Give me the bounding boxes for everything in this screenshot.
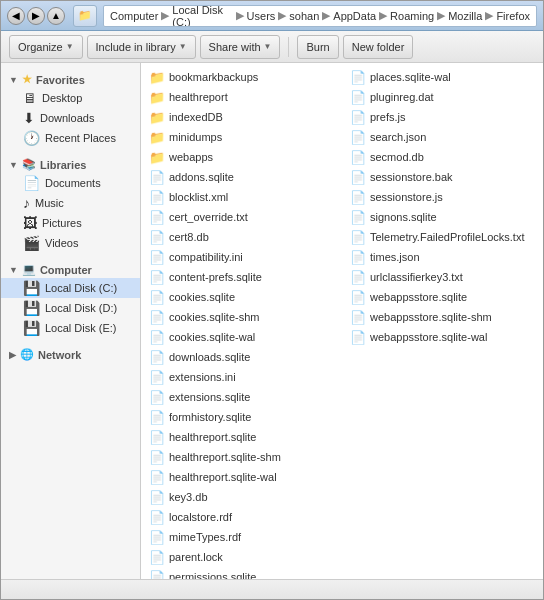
sidebar-item-local-disk-c[interactable]: 💾 Local Disk (C:) [1, 278, 140, 298]
list-item[interactable]: 📄signons.sqlite [346, 207, 539, 227]
desktop-icon: 🖥 [23, 90, 37, 106]
list-item[interactable]: 📄times.json [346, 247, 539, 267]
list-item[interactable]: 📄cookies.sqlite [145, 287, 338, 307]
list-item[interactable]: 📄cookies.sqlite-wal [145, 327, 338, 347]
special-file-icon: 📄 [149, 490, 165, 505]
file-list-container[interactable]: 📁bookmarkbackups📁healthreport📁indexedDB📁… [141, 63, 543, 579]
file-icon: 📄 [149, 530, 165, 545]
favorites-expand-icon: ▼ [9, 75, 18, 85]
breadcrumb-appdata[interactable]: AppData [333, 10, 376, 22]
list-item[interactable]: 📄sessionstore.bak [346, 167, 539, 187]
list-item[interactable]: 📄search.json [346, 127, 539, 147]
file-icon: 📄 [149, 350, 165, 365]
up-button[interactable]: ▲ [47, 7, 65, 25]
file-icon: 📄 [350, 150, 366, 165]
list-item[interactable]: 📄webappsstore.sqlite-wal [346, 327, 539, 347]
list-item[interactable]: 📄healthreport.sqlite-shm [145, 447, 338, 467]
list-item[interactable]: 📄cert8.db [145, 227, 338, 247]
list-item[interactable]: 📄downloads.sqlite [145, 347, 338, 367]
breadcrumb-drive[interactable]: Local Disk (C:) [172, 5, 232, 27]
folder-icon: 📁 [149, 110, 165, 125]
desktop-label: Desktop [42, 92, 82, 104]
favorites-section[interactable]: ▼ ★ Favorites [1, 69, 140, 88]
local-disk-d-icon: 💾 [23, 300, 40, 316]
list-item[interactable]: 📄Telemetry.FailedProfileLocks.txt [346, 227, 539, 247]
file-icon: 📄 [149, 370, 165, 385]
breadcrumb[interactable]: Computer ▶ Local Disk (C:) ▶ Users ▶ soh… [103, 5, 537, 27]
file-name: minidumps [169, 131, 222, 143]
list-item[interactable]: 📄healthreport.sqlite [145, 427, 338, 447]
back-button[interactable]: ◀ [7, 7, 25, 25]
breadcrumb-mozilla[interactable]: Mozilla [448, 10, 482, 22]
file-name: key3.db [169, 491, 208, 503]
list-item[interactable]: 📁healthreport [145, 87, 338, 107]
list-item[interactable]: 📄mimeTypes.rdf [145, 527, 338, 547]
file-name: compatibility.ini [169, 251, 243, 263]
list-item[interactable]: 📄urlclassifierkey3.txt [346, 267, 539, 287]
list-item[interactable]: 📄key3.db [145, 487, 338, 507]
list-item[interactable]: 📄webappsstore.sqlite-shm [346, 307, 539, 327]
breadcrumb-roaming[interactable]: Roaming [390, 10, 434, 22]
new-folder-button[interactable]: New folder [343, 35, 414, 59]
main-layout: ▼ ★ Favorites 🖥 Desktop ⬇ Downloads 🕐 Re… [1, 63, 543, 579]
list-item[interactable]: 📄webappsstore.sqlite [346, 287, 539, 307]
sidebar-item-desktop[interactable]: 🖥 Desktop [1, 88, 140, 108]
list-item[interactable]: 📄formhistory.sqlite [145, 407, 338, 427]
special-file-icon: 📄 [149, 250, 165, 265]
forward-button[interactable]: ▶ [27, 7, 45, 25]
breadcrumb-computer[interactable]: Computer [110, 10, 158, 22]
list-item[interactable]: 📄permissions.sqlite [145, 567, 338, 579]
videos-label: Videos [45, 237, 78, 249]
file-icon: 📄 [149, 210, 165, 225]
list-item[interactable]: 📁bookmarkbackups [145, 67, 338, 87]
network-section[interactable]: ▶ 🌐 Network [1, 344, 140, 363]
list-item[interactable]: 📄parent.lock [145, 547, 338, 567]
sidebar-item-videos[interactable]: 🎬 Videos [1, 233, 140, 253]
list-item[interactable]: 📄prefs.js [346, 107, 539, 127]
list-item[interactable]: 📄sessionstore.js [346, 187, 539, 207]
sidebar-item-music[interactable]: ♪ Music [1, 193, 140, 213]
libraries-section[interactable]: ▼ 📚 Libraries [1, 154, 140, 173]
file-icon: 📄 [350, 90, 366, 105]
sidebar-item-pictures[interactable]: 🖼 Pictures [1, 213, 140, 233]
breadcrumb-users[interactable]: Users [247, 10, 276, 22]
list-item[interactable]: 📁minidumps [145, 127, 338, 147]
file-name: extensions.ini [169, 371, 236, 383]
file-icon: 📄 [149, 310, 165, 325]
list-item[interactable]: 📁webapps [145, 147, 338, 167]
breadcrumb-sohan[interactable]: sohan [289, 10, 319, 22]
breadcrumb-firefox[interactable]: Firefox [496, 10, 530, 22]
list-item[interactable]: 📄extensions.sqlite [145, 387, 338, 407]
sidebar-item-local-disk-d[interactable]: 💾 Local Disk (D:) [1, 298, 140, 318]
sidebar-item-downloads[interactable]: ⬇ Downloads [1, 108, 140, 128]
sidebar-item-local-disk-e[interactable]: 💾 Local Disk (E:) [1, 318, 140, 338]
share-with-button[interactable]: Share with ▼ [200, 35, 281, 59]
file-name: sessionstore.js [370, 191, 443, 203]
list-item[interactable]: 📄extensions.ini [145, 367, 338, 387]
list-item[interactable]: 📄healthreport.sqlite-wal [145, 467, 338, 487]
list-item[interactable]: 📄cookies.sqlite-shm [145, 307, 338, 327]
file-icon: 📄 [149, 330, 165, 345]
list-item[interactable]: 📄compatibility.ini [145, 247, 338, 267]
list-item[interactable]: 📄cert_override.txt [145, 207, 338, 227]
burn-button[interactable]: Burn [297, 35, 338, 59]
special-file-icon: 📄 [350, 190, 366, 205]
recent-places-label: Recent Places [45, 132, 116, 144]
list-item[interactable]: 📄content-prefs.sqlite [145, 267, 338, 287]
sidebar-item-recent-places[interactable]: 🕐 Recent Places [1, 128, 140, 148]
sidebar-item-documents[interactable]: 📄 Documents [1, 173, 140, 193]
folder-icon-btn[interactable]: 📁 [73, 5, 97, 27]
list-item[interactable]: 📄blocklist.xml [145, 187, 338, 207]
include-library-button[interactable]: Include in library ▼ [87, 35, 196, 59]
file-icon: 📄 [350, 290, 366, 305]
organize-button[interactable]: Organize ▼ [9, 35, 83, 59]
list-item[interactable]: 📄pluginreg.dat [346, 87, 539, 107]
list-item[interactable]: 📄addons.sqlite [145, 167, 338, 187]
list-item[interactable]: 📁indexedDB [145, 107, 338, 127]
list-item[interactable]: 📄localstore.rdf [145, 507, 338, 527]
list-item[interactable]: 📄places.sqlite-wal [346, 67, 539, 87]
computer-section[interactable]: ▼ 💻 Computer [1, 259, 140, 278]
file-name: cookies.sqlite-shm [169, 311, 259, 323]
file-icon: 📄 [350, 310, 366, 325]
list-item[interactable]: 📄secmod.db [346, 147, 539, 167]
